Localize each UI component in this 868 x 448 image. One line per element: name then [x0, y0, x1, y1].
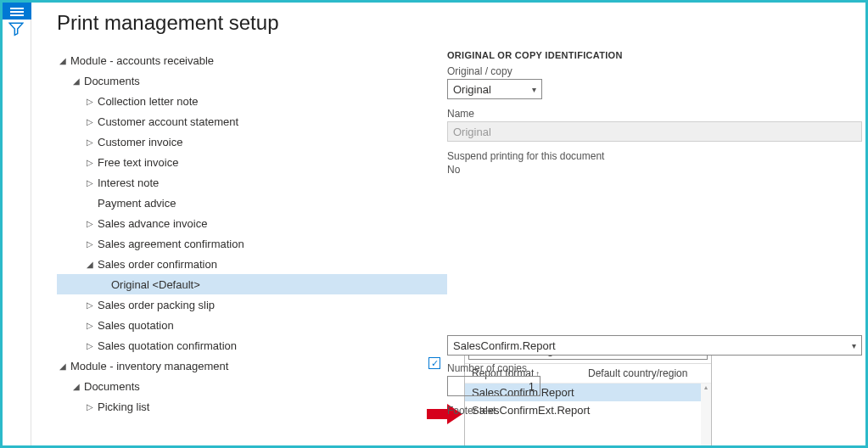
suspend-checkbox[interactable]: ✓ [428, 357, 440, 369]
chevron-down-icon: ▾ [532, 85, 536, 94]
original-copy-label: Original / copy [447, 65, 862, 77]
hamburger-icon [10, 6, 24, 16]
tree-sales-advance-invoice[interactable]: ▷Sales advance invoice [57, 213, 447, 233]
tree-module-ar[interactable]: ◢Module - accounts receivable [57, 50, 447, 70]
app-menu-button[interactable] [3, 3, 31, 20]
section-header: ORIGINAL OR COPY IDENTIFICATION [447, 50, 862, 60]
tree-sales-agreement-conf[interactable]: ▷Sales agreement confirmation [57, 233, 447, 254]
tree-picking-list[interactable]: ▷Picking list [57, 396, 447, 417]
report-format-select[interactable]: SalesConfirm.Report ▾ [447, 335, 862, 356]
tree-sales-quotation-conf[interactable]: ▷Sales quotation confirmation [57, 335, 447, 356]
left-rail [3, 3, 31, 445]
tree-original-default[interactable]: ▷Original <Default> [57, 274, 447, 294]
tree-sales-order-conf[interactable]: ◢Sales order confirmation [57, 254, 447, 274]
name-label: Name [447, 108, 862, 120]
copies-input[interactable]: 1 [447, 376, 540, 396]
tree-cust-account-stmt[interactable]: ▷Customer account statement [57, 111, 447, 132]
tree-sales-order-packing[interactable]: ▷Sales order packing slip [57, 294, 447, 315]
tree-free-text-invoice[interactable]: ▷Free text invoice [57, 152, 447, 172]
tree-interest-note[interactable]: ▷Interest note [57, 172, 447, 193]
tree-collection-letter[interactable]: ▷Collection letter note [57, 91, 447, 111]
footer-text-label: Footer text [447, 405, 862, 417]
chevron-down-icon: ▾ [852, 341, 856, 350]
tree-documents[interactable]: ◢Documents [57, 70, 447, 91]
tree-sales-quotation[interactable]: ▷Sales quotation [57, 315, 447, 335]
filter-icon[interactable] [8, 21, 24, 36]
tree-cust-invoice[interactable]: ▷Customer invoice [57, 132, 447, 152]
tree-documents-2[interactable]: ◢Documents [57, 376, 447, 396]
tree-payment-advice[interactable]: ▷Payment advice [57, 193, 447, 213]
tree-module-inv[interactable]: ◢Module - inventory management [57, 356, 447, 376]
name-input: Original [447, 121, 862, 142]
suspend-toggle-value: No [447, 164, 460, 176]
page-title: Print management setup [57, 11, 865, 35]
suspend-label: Suspend printing for this document [447, 150, 862, 162]
copies-label: Number of copies [447, 362, 862, 374]
original-copy-select[interactable]: Original ▾ [447, 79, 542, 99]
